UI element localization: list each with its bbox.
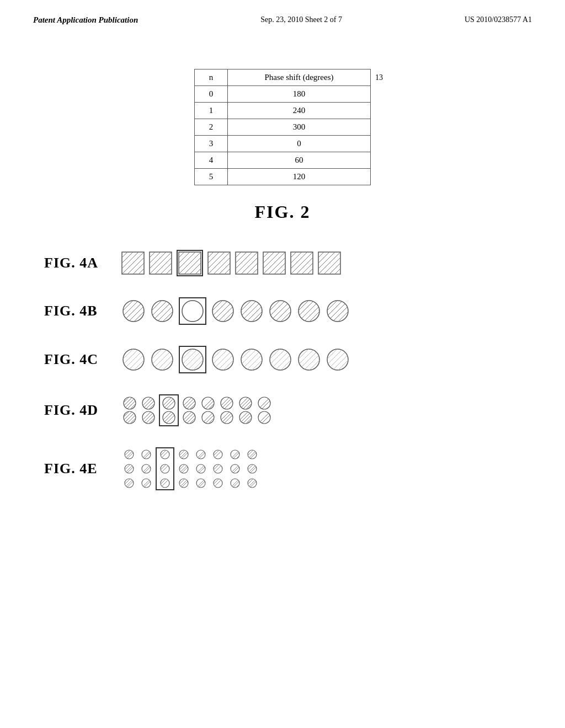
fig-4e-row: FIG. 4E (44, 447, 521, 490)
fig-4c-item-5 (239, 347, 264, 372)
table-row: 2300 (195, 119, 371, 136)
table-cell-n: 0 (195, 86, 228, 103)
fig-4b-item-4 (211, 299, 235, 323)
publication-date: Sep. 23, 2010 Sheet 2 of 7 (260, 15, 342, 24)
fig-4d-item-3 (161, 396, 177, 425)
svg-line-14 (161, 263, 172, 274)
col-phase-header: Phase shift (degrees) (228, 69, 371, 86)
fig-4e-item-3-boxed (156, 447, 174, 490)
svg-line-22 (190, 263, 201, 274)
fig-4d-item-8 (256, 396, 273, 425)
svg-line-291 (125, 450, 130, 456)
svg-line-31 (225, 269, 230, 274)
fig-4b-item-6 (268, 299, 292, 323)
fig-4a-item-2 (149, 251, 172, 275)
svg-line-52 (291, 252, 296, 258)
publication-type: Patent Application Publication (33, 15, 138, 25)
fig-4b-item-5 (239, 299, 264, 323)
svg-line-25 (208, 252, 230, 274)
svg-line-38 (247, 263, 258, 274)
fig-4b-item-7 (297, 299, 321, 323)
page-header: Patent Application Publication Sep. 23, … (0, 0, 565, 30)
svg-line-365 (214, 479, 219, 484)
fig-4b-item-8 (326, 299, 350, 323)
fig-4c-item-3 (180, 347, 205, 372)
svg-line-301 (125, 479, 130, 484)
fig-4c-label: FIG. 4C (44, 351, 121, 368)
fig-4e-item-3 (157, 449, 173, 489)
svg-line-28 (208, 252, 214, 258)
fig-4e-item-8 (244, 449, 260, 489)
svg-line-59 (318, 252, 329, 263)
table-cell-phase: 300 (228, 119, 371, 136)
fig-4d-row: FIG. 4D (44, 394, 521, 426)
fig-4b-item-3-boxed (179, 297, 206, 325)
svg-line-46 (274, 263, 285, 274)
svg-line-1 (122, 252, 144, 274)
svg-line-11 (150, 252, 161, 263)
svg-line-326 (161, 479, 166, 484)
fig-4b-item-3 (180, 299, 205, 323)
fig-4e-item-6 (210, 449, 226, 489)
fig-4d-item-1 (121, 396, 138, 425)
table-cell-n: 5 (195, 169, 228, 185)
table-cell-n: 4 (195, 152, 228, 169)
fig-4d-item-3-boxed (159, 394, 179, 426)
fig-4c-item-4 (211, 347, 235, 372)
table-cell-phase: 0 (228, 136, 371, 152)
svg-line-49 (291, 252, 313, 274)
table-cell-phase: 60 (228, 152, 371, 169)
svg-line-318 (161, 450, 166, 456)
svg-line-380 (236, 484, 239, 488)
svg-line-30 (219, 263, 230, 274)
svg-line-57 (318, 252, 340, 274)
table-row: 0180 (195, 86, 371, 103)
fig-4d-label: FIG. 4D (44, 402, 121, 419)
fig-4b-item-1 (121, 299, 146, 323)
svg-line-384 (248, 450, 253, 456)
svg-line-375 (236, 470, 239, 473)
svg-point-82 (182, 301, 203, 322)
fig-4e-item-5 (193, 449, 209, 489)
svg-line-33 (236, 252, 258, 274)
fig-4e-item-2 (138, 449, 154, 489)
svg-line-330 (179, 450, 185, 456)
fig2-caption: FIG. 2 (33, 202, 532, 222)
fig-4c-item-8 (326, 347, 350, 372)
svg-line-54 (302, 263, 313, 274)
fig-4a-item-5 (235, 251, 258, 275)
table-cell-n: 2 (195, 119, 228, 136)
fig-4a-item-7 (290, 251, 313, 275)
svg-line-44 (263, 252, 269, 258)
svg-line-60 (318, 252, 324, 258)
figures-container: FIG. 4A FIG. 4B (33, 250, 532, 490)
fig-4d-items (121, 394, 273, 426)
svg-line-39 (252, 269, 258, 274)
fig-4d-item-2 (140, 396, 157, 425)
fig-4e-item-7 (227, 449, 243, 489)
table-row: 1240 (195, 103, 371, 119)
fig-4c-items (121, 346, 350, 373)
table-reference-label: 13 (375, 73, 383, 82)
svg-line-17 (179, 252, 201, 274)
fig-4d-item-5 (200, 396, 216, 425)
fig-4c-item-3-boxed (179, 346, 206, 373)
table-cell-phase: 180 (228, 86, 371, 103)
svg-line-389 (248, 464, 253, 470)
svg-line-47 (280, 269, 285, 274)
fig-4b-items (121, 297, 350, 325)
patent-number: US 2010/0238577 A1 (465, 15, 532, 24)
svg-line-296 (125, 464, 130, 470)
fig-4c-item-7 (297, 347, 321, 372)
fig-4e-item-4 (176, 449, 191, 489)
svg-line-322 (161, 464, 166, 470)
fig-4a-items (121, 250, 341, 276)
svg-line-62 (329, 263, 340, 274)
svg-line-41 (263, 252, 285, 274)
fig-4e-items (121, 447, 260, 490)
svg-line-6 (133, 263, 144, 274)
table-section: n Phase shift (degrees) 0180124023003046… (33, 69, 532, 185)
table-cell-phase: 240 (228, 103, 371, 119)
fig-4c-item-6 (268, 347, 292, 372)
svg-line-9 (150, 252, 172, 274)
